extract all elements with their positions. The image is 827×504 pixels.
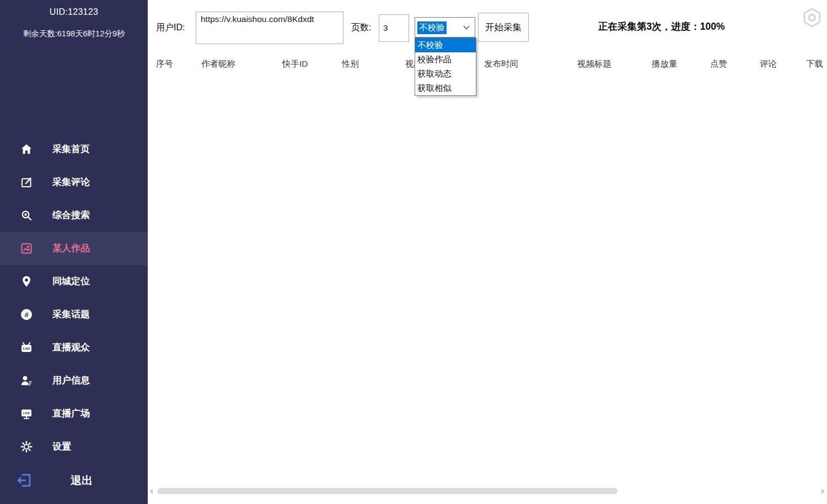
horizontal-scrollbar: [148, 486, 827, 496]
live-monitor-icon: LIVE: [20, 407, 33, 420]
sidebar-item-label: 同城定位: [52, 265, 90, 298]
exit-label: 退出: [71, 463, 93, 497]
col-kuaishou-id: 快手ID: [282, 58, 308, 70]
sidebar-item-label: 直播观众: [52, 331, 90, 364]
dropdown-option-get-similar[interactable]: 获取相似: [415, 81, 476, 95]
nut-settings-icon[interactable]: [801, 6, 824, 29]
hashtag-icon: #: [20, 308, 33, 321]
uid-text: UID:123123: [0, 7, 148, 17]
pages-label: 页数:: [351, 22, 371, 34]
svg-text:Live: Live: [23, 346, 30, 350]
start-collect-button[interactable]: 开始采集: [478, 13, 529, 42]
col-gender: 性别: [342, 58, 359, 70]
col-author-name: 作者昵称: [201, 58, 235, 70]
live-tv-icon: Live: [20, 341, 33, 354]
user-icon: [20, 374, 33, 387]
collect-status-text: 正在采集第3次，进度：100%: [598, 20, 725, 33]
sidebar-item-label: 采集首页: [52, 133, 90, 166]
col-seq: 序号: [156, 58, 173, 70]
col-publish-time: 发布时间: [484, 58, 518, 70]
col-comments: 评论: [760, 58, 777, 70]
sidebar-item-user-info[interactable]: 用户信息: [0, 364, 148, 397]
sidebar-item-label: 采集话题: [52, 298, 90, 331]
verify-select[interactable]: 不校验: [415, 17, 475, 37]
sidebar-item-collect-comments[interactable]: 采集评论: [0, 166, 148, 199]
dropdown-option-verify-works[interactable]: 校验作品: [415, 52, 476, 67]
col-play-count: 播放量: [652, 58, 678, 70]
col-likes: 点赞: [710, 58, 727, 70]
sidebar-item-label: 设置: [52, 430, 71, 463]
sidebar-item-live-audience[interactable]: Live 直播观众: [0, 331, 148, 364]
svg-text:LIVE: LIVE: [23, 411, 30, 415]
search-icon: [20, 209, 33, 222]
remaining-days-text: 剩余天数:6198天6时12分9秒: [0, 29, 148, 39]
col-download: 下载: [806, 58, 823, 70]
home-icon: [20, 143, 33, 156]
verify-select-value: 不校验: [417, 21, 447, 34]
sidebar: UID:123123 剩余天数:6198天6时12分9秒 采集首页 采集评论: [0, 0, 148, 504]
sidebar-item-global-search[interactable]: 综合搜索: [0, 199, 148, 232]
sidebar-item-collect-home[interactable]: 采集首页: [0, 133, 148, 166]
scrollbar-thumb[interactable]: [157, 488, 617, 494]
gear-icon: [20, 440, 33, 453]
sidebar-item-label: 用户信息: [52, 364, 90, 397]
user-id-input[interactable]: https://v.kuaishou.com/8Kdxdt: [196, 12, 343, 44]
sidebar-nav: 采集首页 采集评论 综合搜索: [0, 133, 148, 463]
sidebar-item-label: 某人作品: [52, 232, 90, 265]
dropdown-option-get-moments[interactable]: 获取动态: [415, 67, 476, 81]
app-window: UID:123123 剩余天数:6198天6时12分9秒 采集首页 采集评论: [0, 0, 827, 504]
logout-icon: [15, 472, 33, 489]
scroll-right-arrow-icon[interactable]: [821, 489, 825, 494]
scroll-left-arrow-icon[interactable]: [149, 489, 153, 494]
sidebar-item-user-works[interactable]: 某人作品: [0, 232, 148, 265]
sidebar-item-collect-topics[interactable]: # 采集话题: [0, 298, 148, 331]
pages-input[interactable]: [379, 14, 409, 42]
sidebar-item-label: 直播广场: [52, 397, 90, 430]
sidebar-item-city-locate[interactable]: 同城定位: [0, 265, 148, 298]
chevron-down-icon: [463, 25, 470, 30]
col-video-title: 视频标题: [577, 58, 611, 70]
edit-icon: [20, 176, 33, 189]
location-pin-icon: [20, 275, 33, 288]
svg-text:#: #: [24, 311, 29, 319]
dropdown-option-no-verify[interactable]: 不校验: [415, 38, 476, 52]
user-id-label: 用户ID:: [156, 22, 185, 34]
sidebar-item-label: 采集评论: [52, 166, 90, 199]
sidebar-item-live-plaza[interactable]: LIVE 直播广场: [0, 397, 148, 430]
photo-icon: [20, 242, 33, 255]
exit-button[interactable]: 退出: [0, 463, 148, 497]
sidebar-item-settings[interactable]: 设置: [0, 430, 148, 463]
table-header-row: 序号 作者昵称 快手ID 性别 视频 发布时间 视频标题 播放量 点赞 评论 下…: [0, 58, 827, 71]
sidebar-item-label: 综合搜索: [52, 199, 90, 232]
verify-select-dropdown: 不校验 校验作品 获取动态 获取相似: [415, 37, 476, 96]
